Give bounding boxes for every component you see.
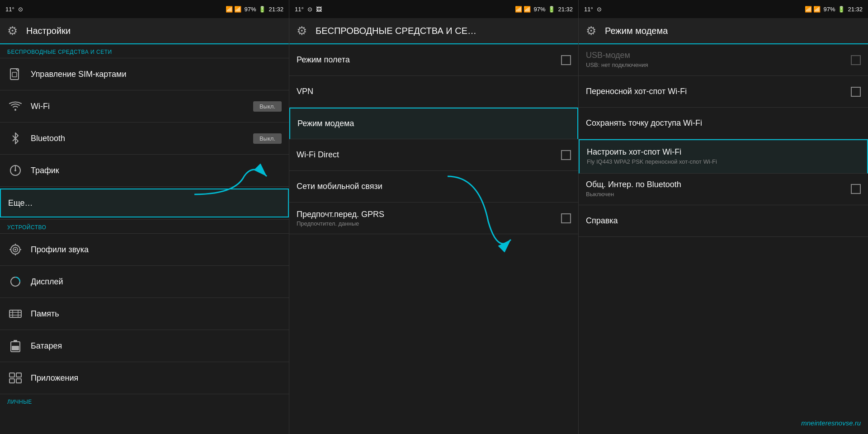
apps-content: Приложения	[31, 373, 282, 383]
status-right-1: 📶 📶 97% 🔋 21:32	[226, 6, 283, 13]
menu-item-battery[interactable]: Батарея	[0, 330, 289, 362]
mobile-content: Сети мобильной связи	[297, 182, 571, 191]
icon-circle-3: ⊙	[597, 6, 602, 13]
menu-item-more[interactable]: Еще…	[0, 189, 289, 217]
gprs-sublabel: Предпочтител. данные	[297, 220, 561, 227]
configap-text: Настроить хот-спот Wi-Fi Fly IQ443 WPA2 …	[587, 147, 860, 166]
more-content: Еще…	[8, 198, 281, 208]
traffic-label: Трафик	[31, 166, 282, 175]
menu-item-modem[interactable]: Режим модема	[289, 108, 578, 139]
gear-icon-2: ⚙	[297, 24, 310, 38]
status-left-3: 11° ⊙	[584, 6, 602, 13]
battery-3: 97%	[823, 6, 835, 13]
sim-content: Управление SIM-картами	[31, 70, 282, 79]
display-label: Дисплей	[31, 277, 282, 287]
watermark: mneinteresnovse.ru	[801, 419, 861, 427]
wifi-label: Wi-Fi	[31, 102, 253, 111]
menu-item-sim[interactable]: Управление SIM-картами	[0, 58, 289, 90]
bluetooth-label: Bluetooth	[31, 134, 253, 143]
more-label: Еще…	[8, 198, 281, 208]
svg-point-7	[14, 249, 16, 250]
status-right-2: 📶 📶 97% 🔋 21:32	[515, 6, 573, 13]
airplane-checkbox[interactable]	[561, 55, 571, 65]
bluetooth-icon	[7, 130, 24, 146]
sound-label: Профили звука	[31, 245, 282, 255]
wifi-toggle[interactable]: Выкл.	[253, 101, 282, 112]
gprs-checkbox[interactable]	[561, 213, 571, 223]
modem-content: Режим модема	[297, 119, 570, 128]
page-title-2: БЕСПРОВОДНЫЕ СРЕДСТВА И СЕ…	[316, 26, 476, 36]
gprs-label: Предпочт.перед. GPRS	[297, 210, 561, 219]
section-header-device: УСТРОЙСТВО	[0, 220, 289, 233]
p3-item-saveap[interactable]: Сохранять точку доступа Wi-Fi	[579, 108, 868, 139]
menu-item-mobile[interactable]: Сети мобильной связи	[289, 171, 578, 203]
icon-image-2: 🖼	[316, 6, 322, 13]
menu-item-memory[interactable]: Память	[0, 298, 289, 330]
svg-rect-21	[9, 373, 14, 377]
status-bar-2: 11° ⊙ 🖼 📶 📶 97% 🔋 21:32	[289, 0, 578, 18]
panel-wireless: 11° ⊙ 🖼 📶 📶 97% 🔋 21:32 ⚙ БЕСПРОВОДНЫЕ С…	[289, 0, 579, 434]
usb-sub: USB: нет подключения	[586, 61, 846, 69]
memory-icon	[7, 306, 24, 322]
status-bar-1: 11° ⊙ 📶 📶 97% 🔋 21:32	[0, 0, 289, 18]
signal-icon-3: 📶 📶	[805, 6, 821, 13]
p3-item-usb[interactable]: USB-модем USB: нет подключения	[579, 44, 868, 76]
btsharing-checkbox[interactable]	[851, 184, 861, 194]
usb-title: USB-модем	[586, 51, 846, 60]
battery-content: Батарея	[31, 341, 282, 351]
battery-icon-2: 🔋	[548, 6, 555, 13]
menu-item-display[interactable]: Дисплей	[0, 266, 289, 297]
status-right-3: 📶 📶 97% 🔋 21:32	[805, 6, 863, 13]
mobile-label: Сети мобильной связи	[297, 182, 571, 191]
battery-2: 97%	[533, 6, 545, 13]
svg-rect-19	[14, 340, 17, 342]
p3-item-btsharing[interactable]: Общ. Интер. по Bluetooth Выключен	[579, 174, 868, 205]
menu-item-bluetooth[interactable]: Bluetooth Выкл.	[0, 123, 289, 154]
sound-content: Профили звука	[31, 245, 282, 255]
battery-icon-1: 🔋	[259, 6, 266, 13]
menu-item-vpn[interactable]: VPN	[289, 76, 578, 108]
menu-item-airplane[interactable]: Режим полета	[289, 44, 578, 76]
signal-icon-2: 📶 📶	[515, 6, 531, 13]
menu-item-wifidirect[interactable]: Wi-Fi Direct	[289, 139, 578, 171]
title-bar-3: ⚙ Режим модема	[579, 18, 868, 44]
gear-icon-3: ⚙	[586, 24, 599, 38]
wifi-icon	[7, 98, 24, 114]
airplane-label: Режим полета	[297, 55, 561, 65]
wifidirect-checkbox[interactable]	[561, 150, 571, 160]
battery-label: Батарея	[31, 341, 282, 351]
status-bar-3: 11° ⊙ 📶 📶 97% 🔋 21:32	[579, 0, 868, 18]
p3-item-configap[interactable]: Настроить хот-спот Wi-Fi Fly IQ443 WPA2 …	[579, 139, 868, 174]
time-1: 21:32	[269, 6, 283, 13]
svg-rect-20	[12, 346, 19, 350]
icon-circle-2: ⊙	[307, 6, 312, 13]
gear-icon-1: ⚙	[7, 24, 21, 38]
svg-point-4	[14, 170, 16, 171]
bluetooth-toggle[interactable]: Выкл.	[253, 133, 282, 144]
temp-1: 11°	[5, 6, 14, 13]
hotspot-checkbox[interactable]	[851, 87, 861, 97]
page-title-3: Режим модема	[605, 26, 668, 36]
panel-modem: 11° ⊙ 📶 📶 97% 🔋 21:32 ⚙ Режим модема USB…	[579, 0, 868, 434]
configap-sub: Fly IQ443 WPA2 PSK переносной хот-спот W…	[587, 158, 860, 166]
traffic-content: Трафик	[31, 166, 282, 175]
p3-item-help[interactable]: Справка	[579, 205, 868, 237]
svg-rect-23	[9, 379, 14, 383]
modem-label: Режим модема	[297, 119, 570, 128]
airplane-content: Режим полета	[297, 55, 561, 65]
traffic-icon	[7, 162, 24, 179]
configap-title: Настроить хот-спот Wi-Fi	[587, 147, 860, 157]
usb-checkbox[interactable]	[851, 55, 861, 65]
menu-item-wifi[interactable]: Wi-Fi Выкл.	[0, 90, 289, 122]
btsharing-sub: Выключен	[586, 191, 846, 198]
battery-status-icon	[7, 338, 24, 354]
p3-item-hotspot[interactable]: Переносной хот-спот Wi-Fi	[579, 76, 868, 108]
menu-item-gprs[interactable]: Предпочт.перед. GPRS Предпочтител. данны…	[289, 203, 578, 234]
memory-content: Память	[31, 309, 282, 319]
menu-item-apps[interactable]: Приложения	[0, 362, 289, 394]
menu-item-traffic[interactable]: Трафик	[0, 155, 289, 186]
page-title-1: Настройки	[26, 26, 71, 36]
wifidirect-label: Wi-Fi Direct	[297, 150, 561, 160]
gprs-content: Предпочт.перед. GPRS Предпочтител. данны…	[297, 210, 561, 227]
menu-item-sound[interactable]: Профили звука	[0, 234, 289, 265]
